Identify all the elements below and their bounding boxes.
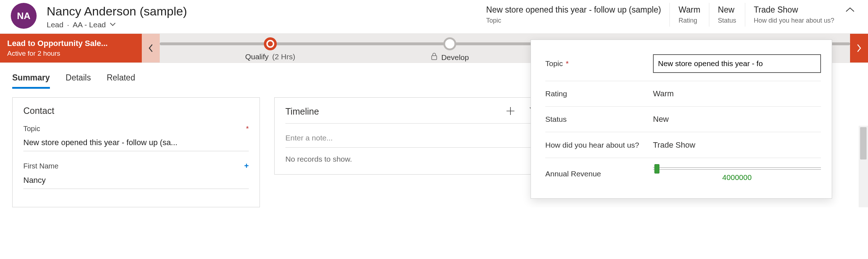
separator-dot: · xyxy=(67,20,69,29)
header-field-value: Trade Show xyxy=(754,5,834,15)
field-value[interactable]: Nancy xyxy=(23,176,249,189)
section-title: Contact xyxy=(23,106,249,116)
header-field-label: How did you hear about us? xyxy=(754,17,834,24)
vertical-scrollbar[interactable] xyxy=(859,126,868,207)
field-value: Trade Show xyxy=(653,140,821,150)
stage-name: Qualify xyxy=(245,52,269,61)
scrollbar-thumb[interactable] xyxy=(860,127,867,159)
stage-duration: (2 Hrs) xyxy=(272,52,295,61)
flyout-field-status[interactable]: Status New xyxy=(545,107,821,132)
field-value: Warm xyxy=(653,89,821,98)
tab-summary[interactable]: Summary xyxy=(12,73,50,89)
field-label: Status xyxy=(545,115,567,124)
field-topic[interactable]: Topic * New store opened this year - fol… xyxy=(23,125,249,151)
title-block: Nancy Anderson (sample) Lead · AA - Lead xyxy=(47,3,187,29)
section-title: Timeline xyxy=(285,106,319,117)
slider-thumb[interactable] xyxy=(654,164,659,174)
timeline-empty-text: No records to show. xyxy=(285,148,540,166)
form-name: AA - Lead xyxy=(73,20,106,29)
field-label: Topic xyxy=(23,125,40,133)
stage-dot-develop[interactable] xyxy=(443,37,456,50)
revenue-value: 4000000 xyxy=(653,173,821,182)
stage-label-qualify[interactable]: Qualify (2 Hrs) xyxy=(245,52,295,61)
next-stage-button[interactable] xyxy=(850,34,868,63)
header-flyout-panel: Topic * Rating Warm Status New How did y… xyxy=(531,40,832,199)
process-active-duration: Active for 2 hours xyxy=(7,50,135,57)
chevron-down-icon[interactable] xyxy=(109,22,116,28)
flyout-field-source[interactable]: How did you hear about us? Trade Show xyxy=(545,132,821,158)
field-first-name[interactable]: First Name + Nancy xyxy=(23,161,249,189)
header-field-value: New xyxy=(718,5,736,15)
flyout-field-topic: Topic * xyxy=(545,46,821,81)
field-label: First Name xyxy=(23,162,59,170)
add-icon[interactable] xyxy=(505,106,516,117)
flyout-field-rating[interactable]: Rating Warm xyxy=(545,81,821,107)
revenue-slider[interactable] xyxy=(653,167,821,170)
lock-icon xyxy=(430,52,438,62)
field-value[interactable]: New store opened this year - follow up (… xyxy=(23,138,249,151)
flyout-field-annual-revenue[interactable]: Annual Revenue 4000000 xyxy=(545,158,821,190)
record-header: NA Nancy Anderson (sample) Lead · AA - L… xyxy=(0,0,868,33)
avatar: NA xyxy=(11,3,37,29)
header-field-label: Topic xyxy=(486,17,661,24)
header-field-status[interactable]: New Status xyxy=(709,3,745,27)
header-field-label: Status xyxy=(718,17,736,24)
tab-related[interactable]: Related xyxy=(107,73,135,89)
collapse-header-button[interactable] xyxy=(843,3,857,13)
timeline-section: Timeline Enter a note... No records to s… xyxy=(274,97,551,175)
process-name-cell[interactable]: Lead to Opportunity Sale... Active for 2… xyxy=(0,34,142,63)
topic-input[interactable] xyxy=(653,54,821,73)
header-field-value: New store opened this year - follow up (… xyxy=(486,5,661,15)
record-subtitle[interactable]: Lead · AA - Lead xyxy=(47,20,187,29)
header-field-topic[interactable]: New store opened this year - follow up (… xyxy=(477,3,669,27)
required-indicator-icon: * xyxy=(566,59,569,68)
field-label: Rating xyxy=(545,89,567,98)
field-value: New xyxy=(653,115,821,124)
tab-details[interactable]: Details xyxy=(66,73,91,89)
header-field-label: Rating xyxy=(678,17,700,24)
recommended-indicator-icon: + xyxy=(244,161,249,171)
process-name: Lead to Opportunity Sale... xyxy=(7,39,135,48)
header-field-rating[interactable]: Warm Rating xyxy=(669,3,709,27)
stage-dot-qualify[interactable] xyxy=(264,37,277,50)
stage-label-develop[interactable]: Develop xyxy=(430,52,469,62)
field-label: How did you hear about us? xyxy=(545,140,639,150)
header-field-source[interactable]: Trade Show How did you hear about us? xyxy=(745,3,843,27)
entity-label: Lead xyxy=(47,20,64,29)
field-label: Topic xyxy=(545,59,563,68)
timeline-note-input[interactable]: Enter a note... xyxy=(285,124,540,148)
record-title: Nancy Anderson (sample) xyxy=(47,4,187,18)
prev-stage-button[interactable] xyxy=(142,34,160,63)
field-label: Annual Revenue xyxy=(545,170,601,178)
svg-rect-0 xyxy=(431,56,437,60)
contact-section: Contact Topic * New store opened this ye… xyxy=(12,97,260,207)
required-indicator-icon: * xyxy=(246,125,249,133)
header-field-value: Warm xyxy=(678,5,700,15)
stage-name: Develop xyxy=(441,53,469,62)
